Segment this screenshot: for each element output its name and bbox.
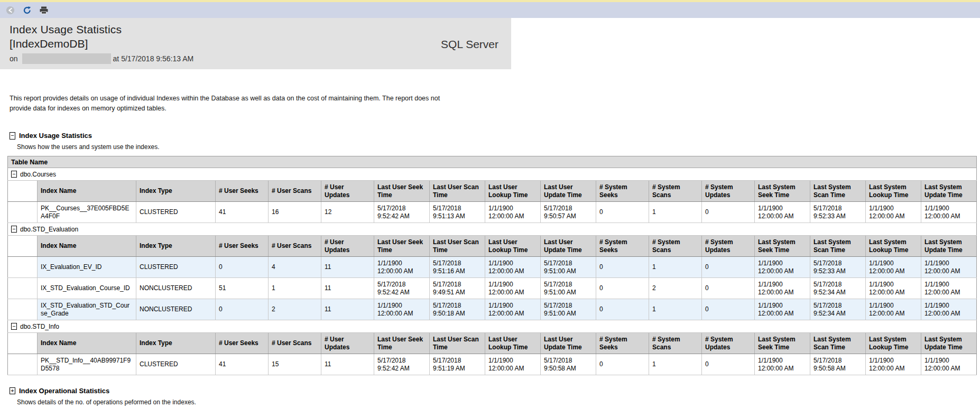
data-cell: CLUSTERED — [136, 202, 216, 223]
group-row-dbo.STD_Evaluation[interactable]: −dbo.STD_Evaluation — [8, 223, 977, 236]
column-header: Index Type — [136, 181, 216, 202]
data-cell: 1/1/1900 12:00:00 AM — [866, 202, 921, 223]
column-header-row: Index NameIndex Type# User Seeks# User S… — [8, 181, 977, 202]
data-cell: 0 — [702, 299, 755, 320]
indent-cell — [8, 333, 38, 354]
report-description-line-2: provide data for indexes on memory optim… — [10, 104, 980, 114]
data-cell: 5/17/2018 9:50:57 AM — [541, 202, 596, 223]
column-header: # User Seeks — [216, 333, 269, 354]
section-operational-subtitle: Shows details of the no. of operations p… — [7, 398, 980, 406]
data-cell: 1/1/1900 12:00:00 AM — [485, 278, 541, 299]
data-cell: 16 — [269, 202, 321, 223]
data-cell: 5/17/2018 9:52:34 AM — [810, 278, 866, 299]
data-cell: 4 — [269, 257, 321, 278]
table-name-header-row: Table Name — [8, 156, 977, 168]
data-cell: 0 — [596, 202, 649, 223]
data-cell: 1/1/1900 12:00:00 AM — [866, 278, 921, 299]
indent-cell — [8, 202, 38, 223]
data-cell: 1/1/1900 12:00:00 AM — [485, 299, 541, 320]
data-cell: 1 — [649, 354, 702, 375]
data-cell: 5/17/2018 9:52:42 AM — [374, 354, 430, 375]
data-cell: 5/17/2018 9:50:58 AM — [810, 354, 866, 375]
section-index-operational-statistics: + Index Operational Statistics — [7, 387, 980, 395]
table-row: IX_Evaluation_EV_IDCLUSTERED04111/1/1900… — [8, 257, 977, 278]
collapse-icon[interactable]: − — [11, 323, 17, 330]
column-header: Last User Lookup Time — [485, 181, 541, 202]
data-cell: 5/17/2018 9:52:42 AM — [374, 278, 430, 299]
data-cell: 1 — [649, 299, 702, 320]
column-header: Last System Scan Time — [810, 181, 866, 202]
group-row-dbo.STD_Info[interactable]: −dbo.STD_Info — [8, 320, 977, 333]
data-cell: 5/17/2018 9:51:00 AM — [541, 257, 596, 278]
indent-cell — [8, 236, 38, 257]
data-cell: CLUSTERED — [136, 257, 216, 278]
column-header: Last System Scan Time — [810, 333, 866, 354]
data-cell: 5/17/2018 9:51:19 AM — [430, 354, 485, 375]
column-header: Last System Seek Time — [755, 236, 810, 257]
table-name-header: Table Name — [8, 156, 977, 168]
refresh-button[interactable] — [22, 5, 32, 15]
data-cell: 1/1/1900 12:00:00 AM — [485, 202, 541, 223]
expand-icon[interactable]: + — [10, 387, 15, 394]
column-header: Last User Scan Time — [430, 181, 485, 202]
print-button[interactable] — [39, 5, 49, 15]
column-header: Last System Lookup Time — [866, 236, 921, 257]
data-cell: 5/17/2018 9:52:42 AM — [374, 202, 430, 223]
report-header: Index Usage Statistics [IndexDemoDB] SQL… — [0, 18, 511, 69]
column-header: # User Seeks — [216, 181, 269, 202]
data-cell: 1/1/1900 12:00:00 AM — [755, 299, 810, 320]
report-description: This report provides details on usage of… — [7, 94, 980, 114]
index-name-cell: PK__STD_Info__40AB99971F9D5578 — [38, 354, 136, 375]
report-title: Index Usage Statistics — [10, 22, 511, 36]
indent-cell — [8, 257, 38, 278]
column-header: # User Seeks — [216, 236, 269, 257]
data-cell: 5/17/2018 9:50:18 AM — [430, 299, 485, 320]
collapse-icon[interactable]: − — [10, 132, 15, 140]
report-description-line-1: This report provides details on usage of… — [10, 94, 980, 104]
data-cell: CLUSTERED — [136, 354, 216, 375]
column-header: # User Updates — [321, 181, 374, 202]
data-cell: 5/17/2018 9:51:13 AM — [430, 202, 485, 223]
data-cell: 5/17/2018 9:52:33 AM — [810, 202, 866, 223]
indent-cell — [8, 278, 38, 299]
data-cell: 51 — [216, 278, 269, 299]
section-usage-title: Index Usage Statistics — [19, 132, 92, 140]
index-name-cell: IX_STD_Evaluation_STD_Course_Grade — [38, 299, 136, 320]
data-cell: 1/1/1900 12:00:00 AM — [755, 354, 810, 375]
data-cell: 11 — [321, 257, 374, 278]
data-cell: 5/17/2018 9:50:58 AM — [541, 354, 596, 375]
data-cell: NONCLUSTERED — [136, 278, 216, 299]
table-row: PK__STD_Info__40AB99971F9D5578CLUSTERED4… — [8, 354, 977, 375]
data-cell: 41 — [216, 354, 269, 375]
data-cell: 0 — [702, 278, 755, 299]
data-cell: 1/1/1900 12:00:00 AM — [921, 278, 977, 299]
data-cell: 5/17/2018 9:49:51 AM — [430, 278, 485, 299]
data-cell: 0 — [216, 257, 269, 278]
column-header: # User Scans — [269, 236, 321, 257]
table-row: PK__Courses__37E005FBD5EA4F0FCLUSTERED41… — [8, 202, 977, 223]
column-header: Last System Update Time — [921, 181, 977, 202]
index-name-cell: PK__Courses__37E005FBD5EA4F0F — [38, 202, 136, 223]
data-cell: 11 — [321, 354, 374, 375]
data-cell: 5/17/2018 9:51:00 AM — [541, 299, 596, 320]
column-header: Index Name — [38, 333, 136, 354]
back-button[interactable] — [5, 5, 15, 15]
column-header: Last User Update Time — [541, 333, 596, 354]
column-header: Last User Seek Time — [374, 181, 430, 202]
report-server-line: on at 5/17/2018 9:56:13 AM — [10, 53, 511, 64]
collapse-icon[interactable]: − — [11, 171, 17, 178]
data-cell: 0 — [216, 299, 269, 320]
data-cell: 5/17/2018 9:52:33 AM — [810, 257, 866, 278]
data-cell: 5/17/2018 9:51:16 AM — [430, 257, 485, 278]
column-header: Last System Update Time — [921, 236, 977, 257]
column-header: Last User Scan Time — [430, 236, 485, 257]
data-cell: 1 — [649, 257, 702, 278]
column-header: Last User Update Time — [541, 181, 596, 202]
group-row-dbo.Courses[interactable]: −dbo.Courses — [8, 168, 977, 181]
column-header: # System Scans — [649, 333, 702, 354]
collapse-icon[interactable]: − — [11, 226, 17, 233]
section-usage-subtitle: Shows how the users and system use the i… — [7, 143, 980, 151]
column-header: Last System Seek Time — [755, 181, 810, 202]
data-cell: 11 — [321, 299, 374, 320]
data-cell: 0 — [596, 299, 649, 320]
